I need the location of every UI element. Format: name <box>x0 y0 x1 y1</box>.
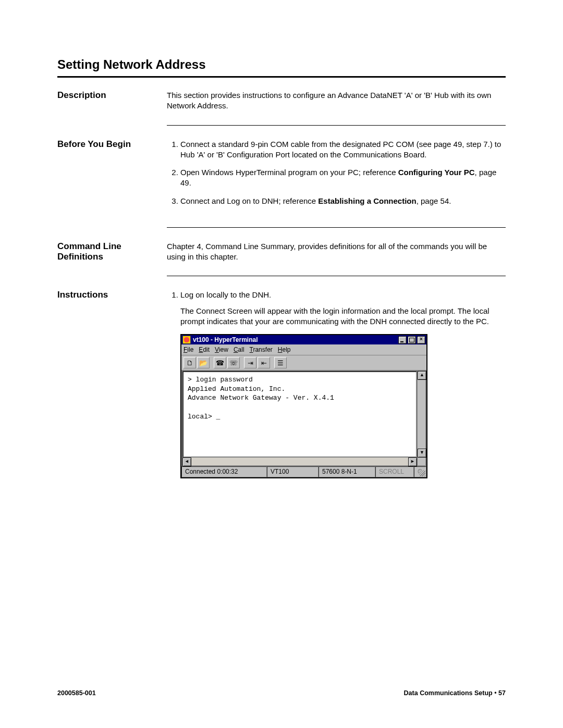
scroll-track[interactable] <box>191 458 408 465</box>
bold: Establishing a Connection <box>318 196 416 205</box>
scroll-down-button[interactable]: ▼ <box>418 449 426 458</box>
menu-file[interactable]: File <box>183 346 193 354</box>
before-item-1: Connect a standard 9-pin COM cable from … <box>180 139 506 161</box>
section-before: Before You Begin Connect a standard 9-pi… <box>57 139 506 214</box>
before-item-3: Connect and Log on to DNH; reference Est… <box>180 196 506 206</box>
menu-help[interactable]: Help <box>278 346 291 354</box>
scroll-up-button[interactable]: ▲ <box>418 371 426 380</box>
footer-section-name: Data Communications Setup <box>404 689 493 697</box>
section-cmdline: Command Line Definitions Chapter 4, Comm… <box>57 241 506 263</box>
toolbar-separator <box>211 357 213 368</box>
page-footer: 2000585-001 Data Communications Setup • … <box>57 689 506 697</box>
before-item-2: Open Windows HyperTerminal program on yo… <box>180 167 506 189</box>
titlebar[interactable]: vt100 - HyperTerminal <box>181 335 426 344</box>
page-title: Setting Network Address <box>57 57 506 72</box>
label-cmdline: Command Line Definitions <box>57 241 167 263</box>
text: Open Windows HyperTerminal program on yo… <box>180 168 398 177</box>
hyperterminal-window: vt100 - HyperTerminal File Edit View <box>180 334 427 478</box>
app-icon <box>182 336 191 344</box>
status-scroll: SCROLL <box>375 466 414 477</box>
divider-3 <box>167 276 506 276</box>
status-settings: 57600 8-N-1 <box>319 466 375 477</box>
scroll-left-button[interactable]: ◄ <box>182 458 191 466</box>
divider-1 <box>167 125 506 126</box>
bold: Configuring Your PC <box>398 168 475 177</box>
receive-icon[interactable]: ⇤ <box>258 357 270 368</box>
toolbar: 🗋 📂 ☎ ☏ ⇥ ⇤ ☰ <box>181 355 426 370</box>
footer-right: Data Communications Setup • 57 <box>404 689 506 697</box>
call-icon[interactable]: ☎ <box>214 357 226 368</box>
title-rule <box>57 76 506 78</box>
status-connected: Connected 0:00:32 <box>181 466 267 477</box>
vertical-scrollbar[interactable]: ▲ ▼ <box>417 371 425 458</box>
text: , page 54. <box>417 196 451 205</box>
resize-grip[interactable] <box>419 470 425 476</box>
terminal-output[interactable]: > login password Applied Automation, Inc… <box>182 371 417 458</box>
label-instructions: Instructions <box>57 290 167 485</box>
properties-icon[interactable]: ☰ <box>274 357 287 368</box>
text: Log on locally to the DNH. <box>180 290 271 299</box>
menubar: File Edit View Call Transfer Help <box>181 344 426 355</box>
status-caps: C <box>414 466 426 477</box>
text: Connect and Log on to DNH; reference <box>180 196 318 205</box>
section-description: Description This section provides instru… <box>57 90 506 112</box>
toolbar-separator <box>241 357 243 368</box>
instruction-subtext: The Connect Screen will appear with the … <box>180 306 506 327</box>
page-number: 57 <box>498 689 506 697</box>
new-icon[interactable]: 🗋 <box>183 357 196 368</box>
terminal-frame: > login password Applied Automation, Inc… <box>181 370 426 466</box>
open-icon[interactable]: 📂 <box>197 357 210 368</box>
status-emulation: VT100 <box>267 466 319 477</box>
menu-call[interactable]: Call <box>234 346 244 354</box>
label-before: Before You Begin <box>57 139 167 214</box>
menu-view[interactable]: View <box>215 346 228 354</box>
scroll-right-button[interactable]: ► <box>408 458 417 466</box>
instruction-item-1: Log on locally to the DNH. The Connect S… <box>180 290 506 478</box>
window-title: vt100 - HyperTerminal <box>193 336 398 344</box>
send-icon[interactable]: ⇥ <box>244 357 256 368</box>
horizontal-scrollbar[interactable]: ◄ ► <box>182 458 425 465</box>
doc-number: 2000585-001 <box>57 689 96 697</box>
bullet: • <box>494 689 498 697</box>
instructions-list: Log on locally to the DNH. The Connect S… <box>167 290 506 478</box>
minimize-button[interactable] <box>398 336 407 344</box>
statusbar: Connected 0:00:32 VT100 57600 8-N-1 SCRO… <box>181 466 426 477</box>
label-description: Description <box>57 90 167 112</box>
close-button[interactable] <box>417 336 425 344</box>
toolbar-separator <box>271 357 273 368</box>
hangup-icon[interactable]: ☏ <box>227 357 240 368</box>
text: Connect a standard 9-pin COM cable from … <box>180 140 501 159</box>
before-list: Connect a standard 9-pin COM cable from … <box>167 139 506 206</box>
maximize-button[interactable] <box>408 336 416 344</box>
text-description: This section provides instructions to co… <box>167 90 506 112</box>
menu-edit[interactable]: Edit <box>199 346 210 354</box>
menu-transfer[interactable]: Transfer <box>250 346 273 354</box>
grip <box>417 458 425 465</box>
text-cmdline: Chapter 4, Command Line Summary, provide… <box>167 241 506 263</box>
divider-2 <box>167 227 506 228</box>
section-instructions: Instructions Log on locally to the DNH. … <box>57 290 506 485</box>
